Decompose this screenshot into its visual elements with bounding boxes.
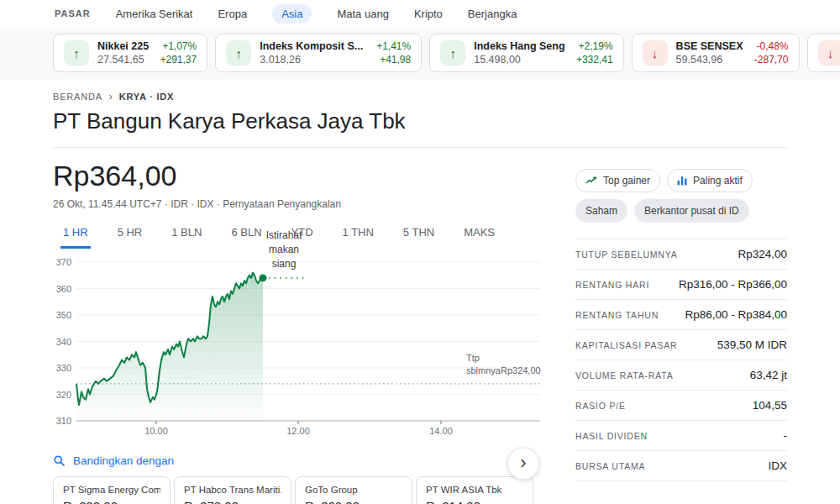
compare-with-link[interactable]: Bandingkan dengan xyxy=(53,454,542,467)
compare-card-goto[interactable]: GoTo GroupRp200,00GOTO↑3,63% xyxy=(295,476,412,504)
stat-label: BURSA UTAMA xyxy=(575,461,645,471)
down-arrow-icon: ↓ xyxy=(818,40,840,66)
range-tab-maks[interactable]: MAKS xyxy=(461,223,497,249)
company-name: GoTo Group xyxy=(305,485,402,495)
compare-card-sico[interactable]: PT Sigma Energy Comp...Rp232,00SICO↓6,45… xyxy=(53,476,171,504)
page-title: PT Bangun Karya Perkasa Jaya Tbk xyxy=(53,108,787,134)
lunch-break-annotation: Istirahat makan siang xyxy=(266,228,302,271)
index-card-body: Indeks Komposit S...+1,41%3.018,26+41,98 xyxy=(260,40,411,66)
filter-chips: Top gainerPaling aktifSahamBerkantor pus… xyxy=(575,169,787,223)
index-value: 15.498,00 xyxy=(474,54,521,66)
y-axis-label-360: 360 xyxy=(56,284,71,294)
price-chart[interactable]: Istirahat makan siang Ttp sblmnyaRp324,0… xyxy=(53,250,540,438)
nav-item-eropa[interactable]: Eropa xyxy=(218,8,247,20)
stat-label: VOLUME RATA-RATA xyxy=(575,370,673,381)
nav-item-berjangka[interactable]: Berjangka xyxy=(468,8,517,20)
content-area: BERANDA › KRYA · IDX PT Bangun Karya Per… xyxy=(0,91,840,504)
index-change: +41,98 xyxy=(380,54,411,66)
x-axis-label-14-00: 14.00 xyxy=(429,426,453,436)
stat-label: TUTUP SEBELUMNYA xyxy=(575,249,678,260)
key-stats-table: TUTUP SEBELUMNYARp324,00RENTANG HARIRp31… xyxy=(575,239,787,481)
chip-label: Saham xyxy=(585,205,617,217)
chart-canvas: 31032033034035036037010.0012.0014.00 xyxy=(53,250,540,442)
market-index-card-nikkei-225[interactable]: ↑Nikkei 225+1,07%27.541,65+291,37 xyxy=(53,34,207,72)
summary-column: Top gainerPaling aktifSahamBerkantor pus… xyxy=(575,160,787,504)
range-tab-5-hr[interactable]: 5 HR xyxy=(115,223,145,249)
y-axis-label-330: 330 xyxy=(56,363,71,373)
stat-row-rentang-hari: RENTANG HARIRp316,00 - Rp366,00 xyxy=(575,269,787,299)
market-index-card-indeks-komposit-s[interactable]: ↑Indeks Komposit S...+1,41%3.018,26+41,9… xyxy=(215,34,422,72)
stat-value: IDX xyxy=(768,459,787,472)
index-card-body: Nikkei 225+1,07%27.541,65+291,37 xyxy=(97,40,197,66)
chip-label: Top gainer xyxy=(603,175,650,186)
carousel-next-button[interactable]: › xyxy=(507,448,539,480)
chip-label: Berkantor pusat di ID xyxy=(644,205,739,217)
price-chart-svg: 31032033034035036037010.0012.0014.00 xyxy=(53,250,540,438)
x-axis-label-10-00: 10.00 xyxy=(144,426,168,436)
up-arrow-icon: ↑ xyxy=(440,40,465,66)
index-change: +332,41 xyxy=(576,54,613,66)
company-name: PT Sigma Energy Comp... xyxy=(63,485,160,495)
stat-label: RASIO P/E xyxy=(575,401,626,411)
breadcrumb-separator-icon: › xyxy=(109,91,113,102)
nav-item-asia[interactable]: Asia xyxy=(272,4,312,24)
compare-card-wirg[interactable]: PT WIR ASIA TbkRp314,00WIRG↑0,64% xyxy=(416,476,533,504)
market-index-card-bse-sensex[interactable]: ↓BSE SENSEX-0,48%59.543,96-287,70 xyxy=(632,34,800,72)
stat-value: - xyxy=(784,429,788,442)
company-price: Rp200,00 xyxy=(305,499,402,504)
breadcrumb-home-link[interactable]: BERANDA xyxy=(53,92,102,102)
range-tab-5-thn[interactable]: 5 THN xyxy=(401,223,437,249)
stat-row-hasil-dividen: HASIL DIVIDEN- xyxy=(575,420,787,450)
price-meta: 26 Okt, 11.45.44 UTC+7 · IDR · IDX · Per… xyxy=(53,198,542,210)
compare-card-hatm[interactable]: PT Habco Trans Mariti...Rp378,00HATM↑5,0… xyxy=(174,476,291,504)
market-index-card-nifty-50[interactable]: ↓NIFTY 50-0,42%17.656,35-74,40 xyxy=(807,34,840,72)
filter-chip-paling-aktif[interactable]: Paling aktif xyxy=(667,169,753,192)
nav-item-kripto[interactable]: Kripto xyxy=(414,8,443,20)
breadcrumb: BERANDA › KRYA · IDX xyxy=(53,91,787,102)
stat-label: KAPITALISASI PASAR xyxy=(575,340,677,350)
down-arrow-icon: ↓ xyxy=(643,40,668,66)
range-tab-6-bln[interactable]: 6 BLN xyxy=(228,223,264,249)
index-value: 27.541,65 xyxy=(97,54,144,66)
range-tab-1-bln[interactable]: 1 BLN xyxy=(169,223,204,249)
breadcrumb-current: KRYA · IDX xyxy=(119,92,174,102)
stat-label: RENTANG TAHUN xyxy=(575,310,659,320)
range-tab-1-thn[interactable]: 1 THN xyxy=(340,223,376,249)
up-arrow-icon: ↑ xyxy=(226,40,251,66)
stat-row-tutup-sebelumnya: TUTUP SEBELUMNYARp324,00 xyxy=(575,239,787,269)
search-icon xyxy=(53,454,66,467)
bar-chart-icon xyxy=(677,176,687,186)
compare-with-label: Bandingkan dengan xyxy=(73,454,174,467)
filter-chip-berkantor-pusat-di-id[interactable]: Berkantor pusat di ID xyxy=(634,199,749,223)
index-percent: +1,07% xyxy=(162,40,197,52)
finance-page: PASAR Amerika SerikatEropaAsiaMata uangK… xyxy=(0,0,840,504)
index-percent: +1,41% xyxy=(376,40,411,52)
filter-chip-saham[interactable]: Saham xyxy=(575,199,627,223)
stat-value: Rp316,00 - Rp366,00 xyxy=(679,278,787,291)
index-name: Indeks Hang Seng xyxy=(474,40,564,52)
nav-item-mata-uang[interactable]: Mata uang xyxy=(337,8,388,20)
company-price: Rp232,00 xyxy=(63,499,160,504)
chip-label: Paling aktif xyxy=(693,175,743,186)
index-change: -287,70 xyxy=(754,54,789,66)
index-name: Indeks Komposit S... xyxy=(260,40,363,52)
market-index-card-indeks-hang-seng[interactable]: ↑Indeks Hang Seng+2,19%15.498,00+332,41 xyxy=(429,34,623,72)
y-axis-label-320: 320 xyxy=(56,390,71,400)
nav-item-amerika-serikat[interactable]: Amerika Serikat xyxy=(116,8,193,20)
company-price: Rp314,00 xyxy=(426,499,523,504)
stat-label: RENTANG HARI xyxy=(575,280,649,290)
chart-column: Rp364,00 26 Okt, 11.45.44 UTC+7 · IDR · … xyxy=(53,160,542,504)
trending-up-icon xyxy=(585,176,597,186)
stat-row-bursa-utama: BURSA UTAMAIDX xyxy=(575,450,787,480)
stat-label: HASIL DIVIDEN xyxy=(575,431,648,441)
stat-value: Rp324,00 xyxy=(738,248,787,260)
y-axis-label-340: 340 xyxy=(56,337,71,347)
company-name: PT WIR ASIA Tbk xyxy=(426,485,523,495)
current-price: Rp364,00 xyxy=(53,160,542,192)
filter-chip-top-gainer[interactable]: Top gainer xyxy=(575,169,660,192)
index-card-body: BSE SENSEX-0,48%59.543,96-287,70 xyxy=(676,40,789,66)
index-name: BSE SENSEX xyxy=(676,40,743,52)
y-axis-label-310: 310 xyxy=(56,416,71,426)
y-axis-label-350: 350 xyxy=(56,310,71,320)
range-tab-1-hr[interactable]: 1 HR xyxy=(60,223,91,249)
